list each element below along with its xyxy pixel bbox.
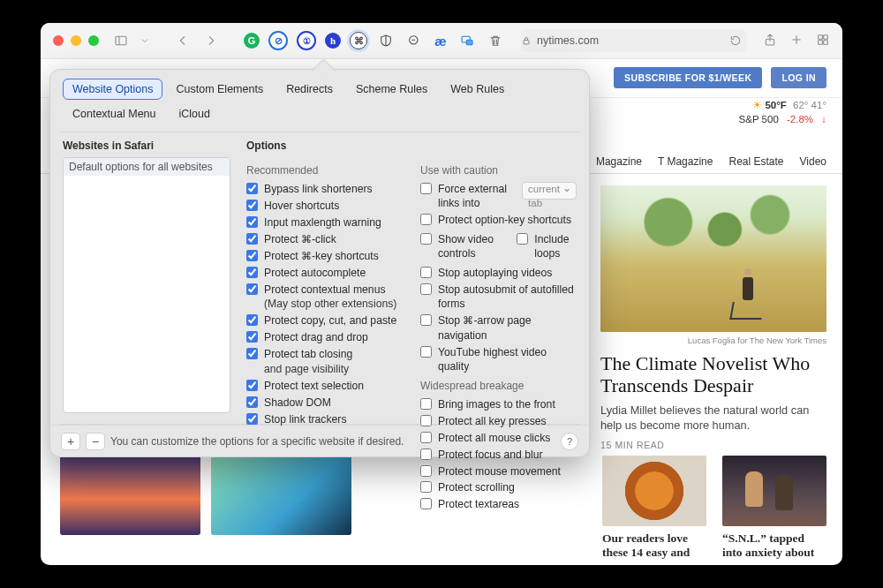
thumb-image[interactable] bbox=[60, 456, 200, 535]
checkbox[interactable] bbox=[246, 250, 258, 261]
option-r10[interactable]: Protect text selection bbox=[246, 379, 403, 393]
back-button[interactable] bbox=[173, 31, 192, 50]
option-r6[interactable]: Protect contextual menus(May stop other … bbox=[246, 283, 403, 312]
nav-item[interactable]: Magazine bbox=[596, 155, 642, 168]
extension-grammarly-icon[interactable]: G bbox=[244, 33, 260, 49]
website-list[interactable]: Default options for all websites bbox=[63, 157, 230, 413]
chevron-down-icon[interactable] bbox=[140, 31, 150, 50]
sidebar-toggle-icon[interactable] bbox=[111, 31, 131, 50]
checkbox[interactable] bbox=[420, 465, 432, 477]
checkbox[interactable] bbox=[420, 415, 432, 426]
tab-contextual-menu[interactable]: Contextual Menu bbox=[63, 103, 166, 124]
option-c6[interactable]: YouTube highest video quality bbox=[420, 345, 577, 374]
option-b0[interactable]: Bring images to the front bbox=[420, 397, 577, 411]
option-c3[interactable]: Stop autoplaying videos bbox=[420, 266, 577, 280]
checkbox[interactable] bbox=[420, 183, 432, 194]
option-r11[interactable]: Shadow DOM bbox=[246, 396, 403, 410]
nav-item[interactable]: Video bbox=[800, 155, 826, 168]
checkbox[interactable] bbox=[420, 267, 432, 278]
card-snl[interactable]: “S.N.L.” tapped into anxiety about bbox=[722, 456, 826, 560]
option-b2[interactable]: Protect all mouse clicks bbox=[420, 431, 577, 445]
reload-icon[interactable] bbox=[729, 34, 742, 47]
checkbox[interactable] bbox=[420, 449, 432, 460]
card-food[interactable]: Our readers love these 14 easy and bbox=[602, 456, 706, 560]
option-r9[interactable]: Protect tab closingand page visibility bbox=[246, 347, 403, 376]
option-b6[interactable]: Protect textareas bbox=[420, 497, 577, 511]
extension-stopthemadness-icon[interactable]: ⌘ bbox=[350, 32, 367, 49]
login-button[interactable]: LOG IN bbox=[771, 67, 826, 88]
checkbox[interactable] bbox=[246, 267, 258, 278]
checkbox[interactable] bbox=[246, 233, 258, 245]
share-icon[interactable] bbox=[763, 33, 777, 49]
checkbox[interactable] bbox=[420, 346, 432, 358]
checkbox[interactable] bbox=[420, 233, 432, 245]
checkbox[interactable] bbox=[246, 183, 258, 194]
checkbox[interactable] bbox=[246, 216, 258, 228]
add-website-button[interactable]: + bbox=[61, 433, 80, 450]
tab-scheme-rules[interactable]: Scheme Rules bbox=[346, 79, 437, 100]
option-r7[interactable]: Protect copy, cut, and paste bbox=[246, 313, 403, 328]
help-button[interactable]: ? bbox=[561, 433, 578, 450]
maximize-window-button[interactable] bbox=[88, 35, 99, 46]
option-r2[interactable]: Input maxlength warning bbox=[246, 215, 403, 230]
option-c2[interactable]: Show video controls bbox=[420, 232, 504, 261]
option-b3[interactable]: Protect focus and blur bbox=[420, 448, 577, 462]
checkbox[interactable] bbox=[246, 331, 258, 343]
tab-icloud[interactable]: iCloud bbox=[170, 103, 220, 124]
cover-headline[interactable]: The Climate Novelist Who Transcends Desp… bbox=[600, 352, 826, 397]
option-r8[interactable]: Protect drag and drop bbox=[246, 330, 403, 344]
extension-shield-icon[interactable] bbox=[376, 31, 396, 50]
checkbox[interactable] bbox=[420, 314, 432, 326]
checkbox[interactable] bbox=[420, 498, 432, 509]
extension-ae-icon[interactable]: æ bbox=[433, 33, 449, 49]
option-r0[interactable]: Bypass link shorteners bbox=[246, 182, 403, 196]
option-b5[interactable]: Protect scrolling bbox=[420, 480, 577, 494]
nav-item[interactable]: T Magazine bbox=[658, 155, 713, 168]
subscribe-button[interactable]: SUBSCRIBE FOR $1/WEEK bbox=[614, 67, 762, 88]
option-b1[interactable]: Protect all key presses bbox=[420, 414, 577, 428]
option-c1[interactable]: Protect option-key shortcuts bbox=[420, 213, 577, 227]
option-r4[interactable]: Protect ⌘-key shortcuts bbox=[246, 249, 403, 263]
tab-overview-icon[interactable] bbox=[816, 33, 830, 49]
option-c2b[interactable]: Include loops bbox=[517, 232, 577, 261]
option-b4[interactable]: Protect mouse movement bbox=[420, 464, 577, 479]
option-r1[interactable]: Hover shortcuts bbox=[246, 199, 403, 213]
close-window-button[interactable] bbox=[53, 35, 64, 46]
checkbox[interactable] bbox=[420, 432, 432, 443]
checkbox[interactable] bbox=[420, 283, 432, 295]
option-c4[interactable]: Stop autosubmit of autofilled forms bbox=[420, 283, 577, 312]
checkbox[interactable] bbox=[246, 380, 258, 391]
option-c0[interactable]: Force external links intocurrent tab bbox=[420, 182, 577, 211]
checkbox[interactable] bbox=[246, 200, 258, 211]
cover-story[interactable]: Lucas Foglia for The New York Times The … bbox=[600, 185, 826, 450]
tab-website-options[interactable]: Website Options bbox=[63, 79, 162, 100]
checkbox[interactable] bbox=[246, 314, 258, 326]
option-r12[interactable]: Stop link trackers bbox=[246, 412, 403, 426]
address-bar[interactable]: nytimes.com bbox=[521, 29, 747, 52]
window-controls[interactable] bbox=[53, 35, 99, 46]
tab-web-rules[interactable]: Web Rules bbox=[441, 79, 514, 100]
checkbox[interactable] bbox=[246, 413, 258, 425]
checkbox[interactable] bbox=[420, 398, 432, 410]
nav-item[interactable]: Real Estate bbox=[728, 155, 783, 168]
extension-trash-icon[interactable] bbox=[486, 31, 505, 50]
checkbox[interactable] bbox=[420, 214, 432, 225]
tab-custom-elements[interactable]: Custom Elements bbox=[166, 79, 273, 100]
minimize-window-button[interactable] bbox=[71, 35, 81, 46]
list-item[interactable]: Default options for all websites bbox=[64, 158, 230, 176]
checkbox[interactable] bbox=[246, 348, 258, 359]
tab-target-select[interactable]: current tab bbox=[522, 182, 577, 200]
checkbox[interactable] bbox=[246, 396, 258, 408]
option-c5[interactable]: Stop ⌘-arrow page navigation bbox=[420, 313, 577, 343]
option-r3[interactable]: Protect ⌘-click bbox=[246, 232, 403, 246]
option-r5[interactable]: Protect autocomplete bbox=[246, 266, 403, 280]
checkbox[interactable] bbox=[246, 283, 258, 295]
extension-noscript-icon[interactable]: ⊘ bbox=[268, 31, 288, 50]
extension-1password-icon[interactable]: ① bbox=[297, 31, 316, 50]
tab-redirects[interactable]: Redirects bbox=[276, 79, 343, 100]
checkbox[interactable] bbox=[420, 481, 432, 493]
forward-button[interactable] bbox=[201, 31, 221, 50]
extension-magnifier-icon[interactable] bbox=[404, 31, 424, 50]
extension-pip-icon[interactable] bbox=[457, 31, 477, 50]
remove-website-button[interactable]: − bbox=[86, 433, 105, 450]
